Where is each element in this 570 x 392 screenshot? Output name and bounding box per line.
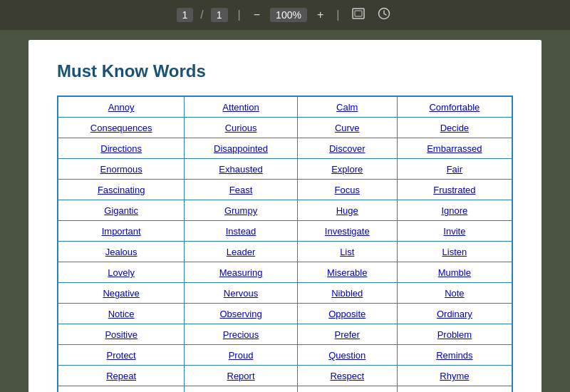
- word-cell[interactable]: Note: [397, 283, 512, 304]
- word-link[interactable]: Question: [328, 350, 366, 361]
- word-link[interactable]: Observing: [219, 309, 261, 319]
- word-link[interactable]: Ordinary: [437, 309, 472, 319]
- word-link[interactable]: Enormous: [100, 164, 142, 175]
- word-link[interactable]: Respect: [330, 371, 364, 381]
- word-link[interactable]: Frustrated: [433, 185, 475, 195]
- word-cell[interactable]: Enormous: [58, 159, 185, 180]
- word-cell[interactable]: Explore: [297, 159, 397, 180]
- word-link[interactable]: Positive: [105, 329, 138, 340]
- fit-page-button[interactable]: [349, 6, 368, 24]
- word-cell[interactable]: Opposite: [297, 304, 397, 324]
- word-cell[interactable]: Special: [185, 386, 297, 393]
- word-link[interactable]: Feast: [229, 185, 253, 195]
- word-link[interactable]: Nibbled: [331, 288, 363, 299]
- word-cell[interactable]: Instead: [185, 221, 297, 242]
- word-cell[interactable]: Disappointed: [185, 138, 297, 159]
- word-cell[interactable]: Calm: [297, 96, 397, 118]
- word-link[interactable]: Instead: [226, 226, 256, 237]
- word-link[interactable]: Disappointed: [214, 143, 268, 154]
- word-cell[interactable]: Grumpy: [185, 200, 297, 221]
- word-link[interactable]: Investigate: [325, 226, 370, 237]
- word-cell[interactable]: Important: [58, 221, 185, 242]
- zoom-in-button[interactable]: +: [314, 7, 326, 23]
- word-cell[interactable]: Invite: [397, 221, 512, 242]
- word-cell[interactable]: Spotless: [297, 386, 397, 393]
- word-link[interactable]: Ignore: [441, 205, 467, 216]
- word-link[interactable]: Calm: [336, 102, 358, 113]
- word-cell[interactable]: Miserable: [297, 262, 397, 283]
- word-link[interactable]: Opposite: [328, 309, 366, 319]
- word-link[interactable]: Precious: [223, 329, 259, 340]
- word-link[interactable]: Leader: [227, 247, 255, 257]
- zoom-out-button[interactable]: −: [251, 7, 263, 23]
- word-cell[interactable]: Rhyme: [397, 366, 512, 386]
- word-cell[interactable]: Ordinary: [397, 304, 512, 324]
- word-link[interactable]: List: [340, 247, 354, 257]
- word-link[interactable]: Discover: [329, 143, 366, 154]
- word-cell[interactable]: Searching: [58, 386, 185, 393]
- word-link[interactable]: Jealous: [105, 247, 138, 257]
- word-cell[interactable]: Decide: [397, 118, 512, 138]
- word-link[interactable]: Grumpy: [224, 205, 257, 216]
- word-cell[interactable]: Feast: [185, 180, 297, 200]
- word-link[interactable]: Rhyme: [440, 371, 469, 381]
- word-cell[interactable]: Fair: [397, 159, 512, 180]
- word-link[interactable]: Negative: [103, 288, 139, 299]
- word-cell[interactable]: Curious: [185, 118, 297, 138]
- word-link[interactable]: Annoy: [108, 102, 135, 113]
- word-cell[interactable]: Curve: [297, 118, 397, 138]
- word-link[interactable]: Gigantic: [104, 205, 138, 216]
- word-cell[interactable]: Reminds: [397, 345, 512, 366]
- word-cell[interactable]: Question: [297, 345, 397, 366]
- word-cell[interactable]: Huge: [297, 200, 397, 221]
- word-cell[interactable]: Squirm: [397, 386, 512, 393]
- word-link[interactable]: Mumble: [438, 267, 471, 278]
- word-link[interactable]: Nervous: [224, 288, 258, 299]
- word-link[interactable]: Reminds: [436, 350, 472, 361]
- word-cell[interactable]: Problem: [397, 324, 512, 345]
- word-link[interactable]: Lovely: [108, 267, 135, 278]
- word-cell[interactable]: Nervous: [185, 283, 297, 304]
- word-link[interactable]: Consequences: [90, 123, 152, 133]
- word-cell[interactable]: Frustrated: [397, 180, 512, 200]
- word-cell[interactable]: Focus: [297, 180, 397, 200]
- word-cell[interactable]: Gigantic: [58, 200, 185, 221]
- word-cell[interactable]: Attention: [185, 96, 297, 118]
- word-link[interactable]: Attention: [222, 102, 259, 113]
- word-cell[interactable]: Negative: [58, 283, 185, 304]
- word-cell[interactable]: Consequences: [58, 118, 185, 138]
- word-link[interactable]: Miserable: [327, 267, 367, 278]
- word-link[interactable]: Decide: [440, 123, 469, 133]
- word-cell[interactable]: Report: [185, 366, 297, 386]
- word-cell[interactable]: Exhausted: [185, 159, 297, 180]
- word-link[interactable]: Invite: [443, 226, 465, 237]
- word-cell[interactable]: Mumble: [397, 262, 512, 283]
- word-cell[interactable]: Nibbled: [297, 283, 397, 304]
- word-cell[interactable]: Discover: [297, 138, 397, 159]
- word-cell[interactable]: Precious: [185, 324, 297, 345]
- word-cell[interactable]: Annoy: [58, 96, 185, 118]
- word-cell[interactable]: Protect: [58, 345, 185, 366]
- word-link[interactable]: Fascinating: [98, 185, 145, 195]
- word-cell[interactable]: Jealous: [58, 242, 185, 262]
- word-link[interactable]: Explore: [331, 164, 363, 175]
- word-link[interactable]: Curious: [225, 123, 257, 133]
- history-button[interactable]: [375, 6, 393, 24]
- word-link[interactable]: Protect: [107, 350, 136, 361]
- word-link[interactable]: Proud: [229, 350, 254, 361]
- word-link[interactable]: Huge: [336, 205, 358, 216]
- word-cell[interactable]: Proud: [185, 345, 297, 366]
- word-cell[interactable]: Investigate: [297, 221, 397, 242]
- word-cell[interactable]: Ignore: [397, 200, 512, 221]
- word-link[interactable]: Fair: [447, 164, 462, 175]
- word-link[interactable]: Embarrassed: [427, 143, 482, 154]
- word-cell[interactable]: Notice: [58, 304, 185, 324]
- word-link[interactable]: Curve: [335, 123, 360, 133]
- word-cell[interactable]: Respect: [297, 366, 397, 386]
- word-link[interactable]: Notice: [108, 309, 135, 319]
- word-link[interactable]: Comfortable: [429, 102, 480, 113]
- word-link[interactable]: Prefer: [335, 329, 360, 340]
- word-link[interactable]: Repeat: [106, 371, 136, 381]
- word-link[interactable]: Measuring: [219, 267, 263, 278]
- word-link[interactable]: Note: [445, 288, 464, 299]
